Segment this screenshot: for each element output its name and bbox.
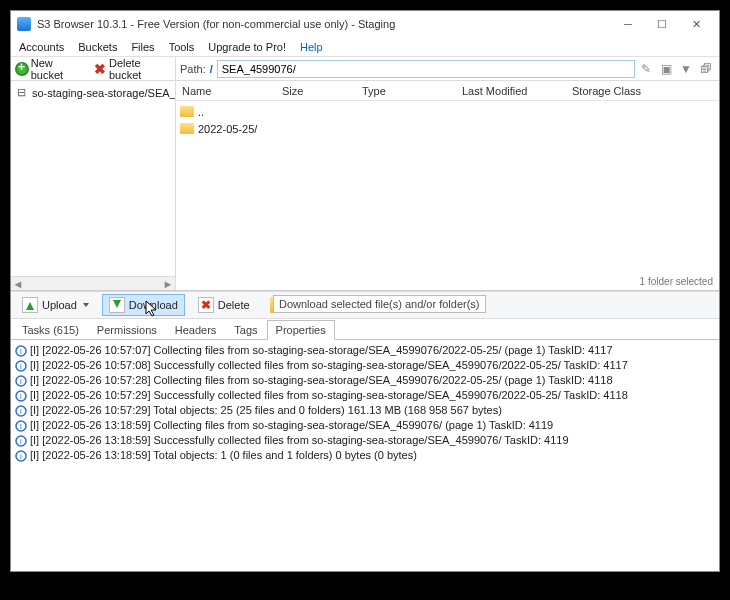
svg-text:i: i (20, 392, 22, 401)
log-text: [I] [2022-05-26 10:57:08] Successfully c… (30, 358, 628, 373)
col-type[interactable]: Type (356, 85, 456, 97)
upload-icon (22, 297, 38, 313)
tab-permissions[interactable]: Permissions (88, 320, 166, 339)
filter-icon[interactable]: ▼ (679, 62, 693, 76)
row-label: 2022-05-25/ (198, 123, 257, 135)
delete-label: Delete (218, 299, 250, 311)
close-button[interactable]: ✕ (679, 13, 713, 35)
path-label: Path: (180, 63, 206, 75)
bucket-toolbar: New bucket ✖ Delete bucket (11, 57, 176, 80)
app-window: S3 Browser 10.3.1 - Free Version (for no… (10, 10, 720, 572)
row-parent[interactable]: .. (176, 103, 719, 120)
selection-info: 1 folder selected (640, 276, 713, 287)
delete-file-icon: ✖ (198, 297, 214, 313)
svg-text:i: i (20, 437, 22, 446)
download-label: Download (129, 299, 178, 311)
tab-tasks[interactable]: Tasks (615) (13, 320, 88, 339)
delete-button[interactable]: ✖ Delete (191, 294, 257, 316)
upload-button[interactable]: Upload (15, 294, 96, 316)
col-storage-class[interactable]: Storage Class (566, 85, 676, 97)
log-line: i[I] [2022-05-26 10:57:29] Successfully … (15, 388, 715, 403)
col-last-modified[interactable]: Last Modified (456, 85, 566, 97)
menu-files[interactable]: Files (131, 41, 154, 53)
log-text: [I] [2022-05-26 13:18:59] Total objects:… (30, 448, 417, 463)
bucket-label: so-staging-sea-storage/SEA_45 (32, 87, 176, 99)
list-header: Name Size Type Last Modified Storage Cla… (176, 81, 719, 101)
bottom-tabs: Tasks (615) Permissions Headers Tags Pro… (11, 319, 719, 339)
tab-tags[interactable]: Tags (225, 320, 266, 339)
log-line: i[I] [2022-05-26 13:18:59] Total objects… (15, 448, 715, 463)
plus-icon (15, 62, 29, 76)
log-text: [I] [2022-05-26 10:57:29] Successfully c… (30, 388, 628, 403)
tab-headers[interactable]: Headers (166, 320, 226, 339)
file-listing: Name Size Type Last Modified Storage Cla… (176, 81, 719, 290)
log-text: [I] [2022-05-26 10:57:29] Total objects:… (30, 403, 502, 418)
content-area: ⊟ so-staging-sea-storage/SEA_45 ◄ ► Name… (11, 81, 719, 291)
minimize-button[interactable]: ─ (611, 13, 645, 35)
log-line: i[I] [2022-05-26 10:57:08] Successfully … (15, 358, 715, 373)
svg-text:i: i (20, 452, 22, 461)
toolbar: New bucket ✖ Delete bucket Path: / ✎ ▣ ▼… (11, 57, 719, 81)
menubar: Accounts Buckets Files Tools Upgrade to … (11, 37, 719, 57)
window-title: S3 Browser 10.3.1 - Free Version (for no… (37, 18, 611, 30)
delete-icon: ✖ (93, 62, 107, 76)
log-text: [I] [2022-05-26 13:18:59] Successfully c… (30, 433, 569, 448)
expander-icon[interactable]: ⊟ (17, 86, 26, 99)
scroll-right-icon[interactable]: ► (161, 278, 175, 290)
info-icon: i (15, 360, 27, 372)
log-line: i[I] [2022-05-26 10:57:07] Collecting fi… (15, 343, 715, 358)
action-bar: 1 folder selected Upload Download ✖ Dele… (11, 291, 719, 319)
info-icon: i (15, 420, 27, 432)
col-name[interactable]: Name (176, 85, 276, 97)
menu-help[interactable]: Help (300, 41, 323, 53)
info-icon: i (15, 390, 27, 402)
tab-properties[interactable]: Properties (267, 320, 335, 340)
settings-icon[interactable]: 🗊 (699, 62, 713, 76)
log-line: i[I] [2022-05-26 10:57:29] Total objects… (15, 403, 715, 418)
info-icon: i (15, 405, 27, 417)
delete-bucket-button[interactable]: ✖ Delete bucket (93, 57, 175, 81)
new-bucket-button[interactable]: New bucket (15, 57, 87, 81)
edit-icon[interactable]: ✎ (639, 62, 653, 76)
path-input[interactable] (217, 60, 635, 78)
path-root[interactable]: / (210, 63, 213, 75)
menu-upgrade[interactable]: Upgrade to Pro! (208, 41, 286, 53)
svg-text:i: i (20, 362, 22, 371)
row-label: .. (198, 106, 204, 118)
menu-buckets[interactable]: Buckets (78, 41, 117, 53)
svg-text:i: i (20, 347, 22, 356)
app-icon (17, 17, 31, 31)
bucket-tree: ⊟ so-staging-sea-storage/SEA_45 ◄ ► (11, 81, 176, 290)
maximize-button[interactable]: ☐ (645, 13, 679, 35)
titlebar: S3 Browser 10.3.1 - Free Version (for no… (11, 11, 719, 37)
download-button[interactable]: Download (102, 294, 185, 316)
row-folder[interactable]: 2022-05-25/ (176, 120, 719, 137)
menu-tools[interactable]: Tools (169, 41, 195, 53)
log-text: [I] [2022-05-26 10:57:07] Collecting fil… (30, 343, 613, 358)
menu-accounts[interactable]: Accounts (19, 41, 64, 53)
upload-label: Upload (42, 299, 77, 311)
copy-icon[interactable]: ▣ (659, 62, 673, 76)
col-size[interactable]: Size (276, 85, 356, 97)
new-bucket-label: New bucket (31, 57, 87, 81)
download-icon (109, 297, 125, 313)
log-line: i[I] [2022-05-26 13:18:59] Successfully … (15, 433, 715, 448)
tree-scrollbar[interactable]: ◄ ► (11, 276, 175, 290)
list-body: .. 2022-05-25/ (176, 101, 719, 290)
log-line: i[I] [2022-05-26 10:57:28] Collecting fi… (15, 373, 715, 388)
log-panel: i[I] [2022-05-26 10:57:07] Collecting fi… (11, 339, 719, 571)
delete-bucket-label: Delete bucket (109, 57, 175, 81)
info-icon: i (15, 435, 27, 447)
log-text: [I] [2022-05-26 13:18:59] Collecting fil… (30, 418, 553, 433)
log-text: [I] [2022-05-26 10:57:28] Collecting fil… (30, 373, 613, 388)
dropdown-icon[interactable] (83, 303, 89, 307)
download-tooltip: Download selected file(s) and/or folder(… (273, 295, 486, 313)
info-icon: i (15, 375, 27, 387)
info-icon: i (15, 450, 27, 462)
info-icon: i (15, 345, 27, 357)
log-line: i[I] [2022-05-26 13:18:59] Collecting fi… (15, 418, 715, 433)
scroll-left-icon[interactable]: ◄ (11, 278, 25, 290)
folder-icon (180, 106, 194, 117)
tree-bucket-item[interactable]: ⊟ so-staging-sea-storage/SEA_45 (13, 85, 173, 100)
svg-text:i: i (20, 422, 22, 431)
